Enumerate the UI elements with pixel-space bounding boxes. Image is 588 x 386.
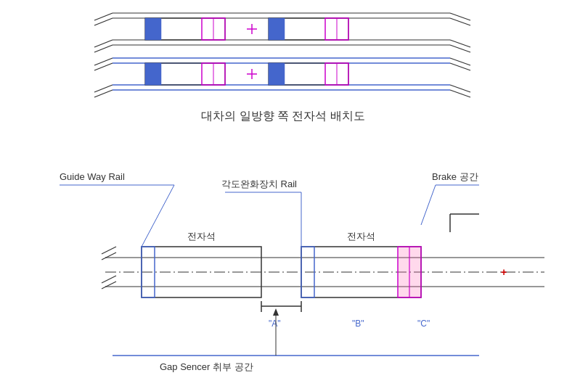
guide-way-rail-label: Guide Way Rail [60, 171, 125, 182]
svg-rect-35 [145, 63, 161, 85]
kakdo-rail-label: 각도완화장치 Rail [221, 178, 297, 189]
electromagnet-label-2: 전자석 [347, 231, 375, 242]
svg-line-47 [102, 247, 116, 254]
main-diagram: 대차의 일방향 쪽 전자석 배치도 + [0, 0, 588, 386]
svg-line-49 [102, 276, 116, 283]
svg-rect-13 [145, 18, 161, 40]
svg-marker-70 [273, 308, 279, 316]
gap-sencer-label: Gap Sencer 취부 공간 [160, 361, 253, 372]
svg-rect-17 [269, 18, 285, 40]
electromagnet-label-1: 전자석 [187, 231, 216, 242]
brake-label: Brake 공간 [432, 171, 478, 182]
label-B: "B" [352, 319, 364, 329]
svg-line-61 [421, 185, 436, 225]
svg-line-48 [102, 252, 116, 260]
svg-line-57 [142, 185, 174, 247]
label-C: "C" [417, 319, 430, 329]
diagram-title: 대차의 일방향 쪽 전자석 배치도 [201, 110, 365, 122]
svg-rect-39 [269, 63, 285, 85]
plus-sign: + [501, 266, 507, 278]
label-A: "A" [269, 319, 281, 329]
svg-line-50 [102, 282, 116, 289]
